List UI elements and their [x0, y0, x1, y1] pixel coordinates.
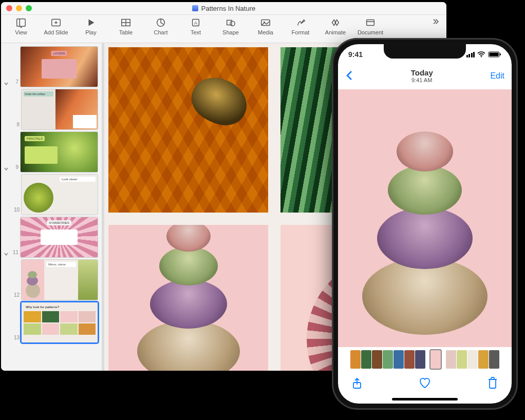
filmstrip-thumb[interactable] [467, 350, 478, 369]
slide-thumbnail-12[interactable]: 12 Mirror, mirror [1, 258, 102, 301]
filmstrip-thumb-selected[interactable] [430, 350, 441, 369]
chart-label: Chart [154, 29, 168, 35]
slide-thumbnail-8[interactable]: 8 Under the surface [1, 88, 102, 130]
filmstrip-thumb[interactable] [383, 350, 393, 369]
shape-button[interactable]: Shape [216, 17, 246, 35]
close-button[interactable] [6, 5, 12, 11]
slide-thumb[interactable]: Why look for patterns? [22, 302, 98, 342]
edit-button[interactable]: Edit [490, 71, 504, 81]
text-button[interactable]: A Text [181, 17, 211, 35]
slide-thumb[interactable]: SYMMETRIES [21, 217, 98, 257]
svg-rect-21 [490, 53, 499, 56]
slide-number: 8 [12, 122, 20, 129]
slide-number: 11 [11, 250, 18, 257]
iphone-device: 9:41 Today 9:41 AM Edit [332, 38, 518, 410]
svg-rect-20 [500, 53, 501, 55]
nav-title-primary: Today [411, 69, 433, 78]
format-button[interactable]: Format [286, 17, 315, 35]
urchin-shell [159, 246, 218, 285]
urchin-shell [377, 207, 473, 269]
disclosure-triangle-icon[interactable] [3, 166, 9, 172]
play-button[interactable]: Play [76, 17, 106, 35]
zoom-button[interactable] [26, 5, 32, 11]
favorite-button[interactable] [418, 377, 432, 391]
document-label: Document [358, 29, 383, 35]
filmstrip-thumb[interactable] [457, 350, 467, 369]
filmstrip-thumb[interactable] [393, 350, 404, 369]
trash-button[interactable] [487, 376, 498, 391]
back-button[interactable] [345, 70, 353, 83]
svg-text:A: A [194, 21, 198, 26]
add-slide-button[interactable]: Add Slide [41, 17, 71, 35]
urchin-shell [150, 279, 227, 329]
slide-navigator[interactable]: 7 LAYERS 8 Under the surface [1, 43, 102, 371]
slide-thumb[interactable]: Look closer [22, 175, 98, 215]
slide-thumb[interactable]: FRACTALS [21, 132, 98, 172]
filmstrip-thumb[interactable] [404, 350, 415, 369]
window-titlebar[interactable]: Patterns In Nature [1, 2, 446, 15]
slide-thumbnail-10[interactable]: 10 Look closer [1, 173, 102, 216]
slide-number: 7 [11, 79, 18, 87]
urchin-shell [362, 258, 488, 335]
slide-number: 9 [11, 164, 18, 172]
filmstrip-thumb[interactable] [372, 350, 382, 369]
bee-graphic [184, 69, 254, 133]
play-label: Play [85, 29, 96, 35]
add-slide-label: Add Slide [44, 29, 68, 35]
table-button[interactable]: Table [111, 17, 141, 35]
notch [384, 44, 466, 59]
svg-point-13 [230, 21, 235, 26]
urchin-shell [397, 131, 453, 171]
slide-thumbnail-7[interactable]: 7 LAYERS [1, 45, 102, 88]
urchin-shell [166, 225, 211, 252]
svg-rect-12 [227, 20, 232, 25]
home-indicator[interactable] [392, 398, 458, 400]
slide-number: 12 [12, 292, 20, 300]
cellular-signal-icon [466, 52, 475, 58]
photo-viewer[interactable] [338, 89, 512, 347]
traffic-lights [6, 5, 32, 11]
view-label: View [15, 29, 27, 35]
svg-point-18 [481, 56, 482, 58]
filmstrip-thumb[interactable] [415, 350, 425, 369]
media-button[interactable]: Media [251, 17, 280, 35]
slide-title-chip: Look closer [60, 177, 96, 182]
filmstrip-thumb[interactable] [446, 350, 456, 369]
slide-thumb[interactable]: Under the surface [22, 89, 98, 129]
slide-title-chip: Mirror, mirror [46, 262, 76, 267]
media-label: Media [258, 29, 273, 35]
document-title-text: Patterns In Nature [201, 5, 256, 12]
document-icon [192, 5, 198, 11]
svg-marker-5 [88, 20, 94, 26]
view-button[interactable]: View [6, 17, 36, 35]
filmstrip-thumb[interactable] [350, 350, 361, 369]
slide-thumbnail-13[interactable]: 13 Why look for patterns? [1, 301, 102, 343]
chart-button[interactable]: Chart [146, 17, 176, 35]
text-label: Text [191, 29, 201, 35]
document-title[interactable]: Patterns In Nature [192, 5, 256, 12]
photo-filmstrip[interactable] [338, 350, 512, 371]
animate-label: Animate [325, 29, 346, 35]
slide-thumbnail-11[interactable]: 11 SYMMETRIES [1, 216, 102, 258]
slide-thumbnail-9[interactable]: 9 FRACTALS [1, 130, 102, 173]
disclosure-triangle-icon[interactable] [3, 81, 9, 87]
filmstrip-thumb[interactable] [489, 350, 499, 369]
slide-thumb[interactable]: LAYERS [21, 47, 98, 87]
toolbar-overflow-button[interactable] [429, 17, 441, 26]
filmstrip-thumb[interactable] [478, 350, 489, 369]
slide-image-honeycomb[interactable] [108, 47, 268, 213]
nav-title-secondary: 9:41 AM [411, 77, 433, 83]
share-button[interactable] [351, 376, 363, 391]
slide-image-urchin-stack[interactable] [108, 225, 268, 371]
disclosure-triangle-icon[interactable] [3, 251, 9, 257]
shape-label: Shape [222, 29, 239, 35]
photos-navigation-bar: Today 9:41 AM Edit [338, 65, 512, 87]
minimize-button[interactable] [16, 5, 22, 11]
filmstrip-thumb[interactable] [361, 350, 371, 369]
document-button[interactable]: Document [355, 17, 385, 35]
animate-button[interactable]: Animate [321, 17, 350, 35]
slide-thumb[interactable]: Mirror, mirror [22, 260, 98, 300]
format-label: Format [292, 29, 310, 35]
slide-title-chip: FRACTALS [25, 136, 45, 141]
slide-title-chip: Why look for patterns? [24, 304, 96, 310]
